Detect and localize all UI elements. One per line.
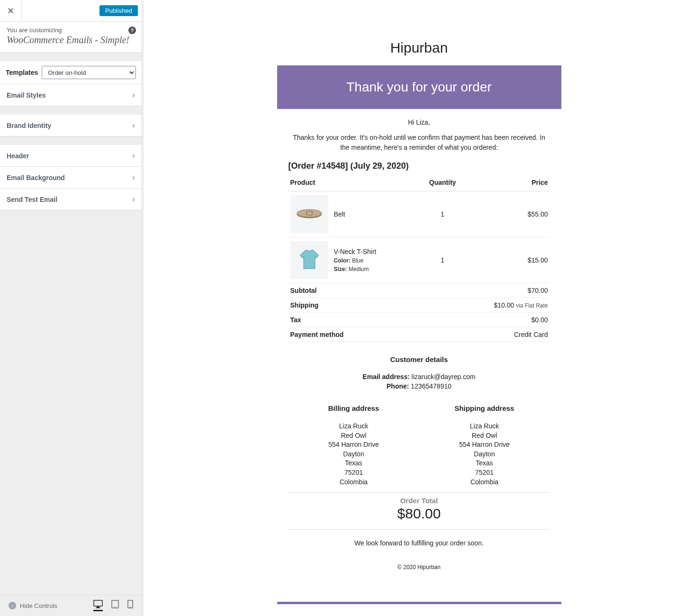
sidebar-footer: ‹ Hide Controls <box>0 595 142 616</box>
published-button[interactable]: Published <box>99 5 138 16</box>
table-row: V-Neck T-Shirt Color: Blue Size: Medium <box>288 237 550 283</box>
tax-row: Tax $0.00 <box>288 313 550 327</box>
email-wrapper: Hipurban Thank you for your order Hi Liz… <box>277 4 561 604</box>
templates-label: Templates <box>6 69 38 76</box>
svg-rect-1 <box>97 607 99 607</box>
svg-rect-0 <box>94 600 102 606</box>
panel-label: Send Test Email <box>7 196 57 203</box>
svg-point-4 <box>115 607 116 607</box>
desktop-icon <box>93 600 103 608</box>
mobile-icon <box>127 600 133 608</box>
col-price: Price <box>465 176 550 191</box>
product-image <box>290 195 328 233</box>
svg-point-8 <box>297 209 322 217</box>
customizing-info: ? You are customizing WooCommerce Emails… <box>0 22 142 53</box>
panel-spacer <box>0 106 142 115</box>
panel-label: Brand Identity <box>7 122 51 129</box>
preview-area: Hipurban Thank you for your order Hi Liz… <box>144 0 694 616</box>
device-mobile-button[interactable] <box>127 600 133 611</box>
customizer-sidebar: ✕ Published ? You are customizing WooCom… <box>0 0 142 616</box>
product-name: Belt <box>334 210 345 218</box>
device-buttons <box>93 600 133 611</box>
help-icon[interactable]: ? <box>128 27 136 34</box>
chevron-right-icon: › <box>132 172 135 182</box>
chevron-right-icon: › <box>132 194 135 204</box>
product-qty: 1 <box>420 237 465 283</box>
panel-email-background[interactable]: Email Background › <box>0 167 142 189</box>
order-heading: [Order #14548] (July 29, 2020) <box>288 161 550 171</box>
customer-details-heading: Customer details <box>288 355 550 363</box>
email-header: Thank you for your order <box>277 65 561 109</box>
order-total-label: Order Total <box>288 497 550 505</box>
chevron-right-icon: › <box>132 151 135 161</box>
svg-rect-2 <box>96 607 100 608</box>
hide-controls-label: Hide Controls <box>20 602 57 609</box>
brand-title: Hipurban <box>277 40 561 56</box>
device-tablet-button[interactable] <box>111 600 119 611</box>
customizing-title: WooCommerce Emails - Simple! <box>7 35 135 45</box>
payment-row: Payment method Credit Card <box>288 327 550 342</box>
panel-brand-identity[interactable]: Brand Identity › <box>0 115 142 136</box>
customer-email: Email address: lizaruck@dayrep.com <box>288 373 550 380</box>
templates-select[interactable]: Order on-hold <box>42 66 136 79</box>
templates-row: Templates Order on-hold <box>0 61 142 84</box>
email-greeting: Hi Liza, <box>288 118 550 126</box>
panel-spacer <box>0 136 142 145</box>
product-image <box>290 241 328 279</box>
close-icon: ✕ <box>7 6 14 16</box>
email-bottom-bar <box>277 602 561 604</box>
product-price: $55.00 <box>465 191 550 237</box>
customizing-label: You are customizing <box>7 27 135 34</box>
footer-copyright: © 2020 Hipurban <box>288 564 550 571</box>
belt-icon <box>295 207 324 221</box>
subtotal-row: Subtotal $70.00 <box>288 283 550 298</box>
table-row: Belt 1 $55.00 <box>288 191 550 237</box>
hide-controls-button[interactable]: ‹ Hide Controls <box>9 602 57 609</box>
billing-address: Billing address Liza Ruck Red Owl 554 Ha… <box>288 403 419 487</box>
order-table: Product Quantity Price Belt <box>288 176 550 342</box>
svg-point-6 <box>130 607 131 607</box>
panel-label: Email Background <box>7 174 65 181</box>
product-name: V-Neck T-Shirt <box>334 248 377 255</box>
product-price: $15.00 <box>465 237 550 283</box>
chevron-right-icon: › <box>132 90 135 100</box>
chevron-right-icon: › <box>132 120 135 130</box>
panel-label: Header <box>7 152 29 160</box>
device-desktop-button[interactable] <box>93 600 103 611</box>
shipping-address: Shipping address Liza Ruck Red Owl 554 H… <box>419 403 550 487</box>
order-total-amount: $80.00 <box>288 506 550 522</box>
product-meta: Size: Medium <box>334 266 377 272</box>
col-product: Product <box>288 176 420 191</box>
tablet-icon <box>111 600 119 608</box>
panel-label: Email Styles <box>7 91 46 99</box>
sidebar-header: ✕ Published <box>0 0 142 22</box>
panel-header[interactable]: Header › <box>0 145 142 167</box>
panel-send-test-email[interactable]: Send Test Email › <box>0 189 142 210</box>
email-body: Hi Liza, Thanks for your order. It's on-… <box>277 109 561 578</box>
panel-email-styles[interactable]: Email Styles › <box>0 84 142 106</box>
closing-text: We look forward to fulfilling your order… <box>288 539 550 547</box>
customer-phone: Phone: 12365478910 <box>288 382 550 390</box>
addresses: Billing address Liza Ruck Red Owl 554 Ha… <box>288 403 550 487</box>
close-button[interactable]: ✕ <box>0 0 22 22</box>
col-quantity: Quantity <box>420 176 465 191</box>
collapse-icon: ‹ <box>9 602 16 609</box>
tshirt-icon <box>296 247 323 273</box>
order-total-box: Order Total $80.00 <box>288 492 550 530</box>
email-intro: Thanks for your order. It's on-hold unti… <box>288 133 550 153</box>
table-header-row: Product Quantity Price <box>288 176 550 191</box>
customer-details: Customer details Email address: lizaruck… <box>288 355 550 390</box>
product-meta: Color: Blue <box>334 257 377 264</box>
shipping-row: Shipping $10.00 via Flat Rate <box>288 298 550 313</box>
product-qty: 1 <box>420 191 465 237</box>
